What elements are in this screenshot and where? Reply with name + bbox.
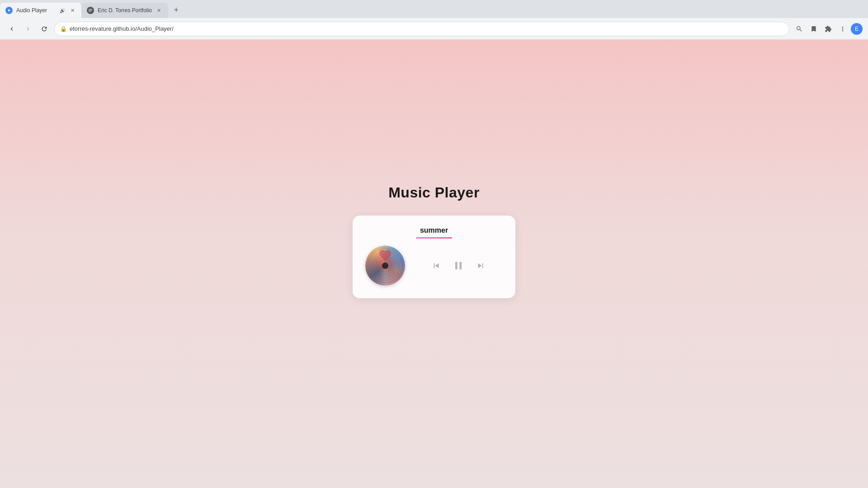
bookmark-icon[interactable] <box>807 23 820 35</box>
album-art <box>365 246 405 286</box>
back-button[interactable] <box>5 23 18 35</box>
tab-title-audio: Audio Player <box>16 7 56 14</box>
extensions-icon[interactable] <box>822 23 835 35</box>
svg-rect-2 <box>89 9 92 9</box>
lock-icon: 🔒 <box>60 26 67 32</box>
track-name: summer <box>365 226 503 235</box>
profile-avatar[interactable]: E <box>851 23 863 35</box>
track-name-row: summer <box>365 226 503 239</box>
address-bar-row: 🔒 etorres-revature.github.io/Audio_Playe… <box>0 18 868 40</box>
svg-rect-3 <box>89 10 92 11</box>
refresh-button[interactable] <box>38 23 51 35</box>
vinyl-center-dot <box>382 263 388 269</box>
tab-favicon-portfolio <box>87 7 94 14</box>
tab-audio-player[interactable]: Audio Player 🔊 ✕ <box>0 3 81 18</box>
playback-controls <box>414 259 503 272</box>
tab-portfolio[interactable]: Eric D. Torres Portfolio ✕ <box>81 3 168 18</box>
track-underline <box>416 237 452 239</box>
music-player-card: summer <box>353 216 515 298</box>
next-button[interactable] <box>476 261 486 271</box>
toolbar-icons: E <box>793 23 863 35</box>
page-title: Music Player <box>388 184 480 201</box>
prev-button[interactable] <box>431 261 441 271</box>
menu-icon[interactable] <box>836 23 849 35</box>
svg-rect-4 <box>89 11 91 12</box>
new-tab-button[interactable]: + <box>170 4 183 16</box>
tab-title-portfolio: Eric D. Torres Portfolio <box>98 7 152 14</box>
forward-button[interactable] <box>22 23 34 35</box>
player-body <box>365 246 503 286</box>
url-text: etorres-revature.github.io/Audio_Player/ <box>70 25 174 32</box>
page-content: Music Player summer <box>0 40 868 488</box>
tab-close-audio[interactable]: ✕ <box>69 7 76 14</box>
tab-bar: Audio Player 🔊 ✕ Eric D. Torres Portfoli… <box>0 0 868 18</box>
tab-close-portfolio[interactable]: ✕ <box>156 7 163 14</box>
pause-button[interactable] <box>452 259 465 272</box>
tab-favicon-audio <box>5 7 13 14</box>
address-bar[interactable]: 🔒 etorres-revature.github.io/Audio_Playe… <box>54 22 789 36</box>
search-icon[interactable] <box>793 23 806 35</box>
tab-audio-icon: 🔊 <box>60 8 65 13</box>
browser-window: Audio Player 🔊 ✕ Eric D. Torres Portfoli… <box>0 0 868 488</box>
